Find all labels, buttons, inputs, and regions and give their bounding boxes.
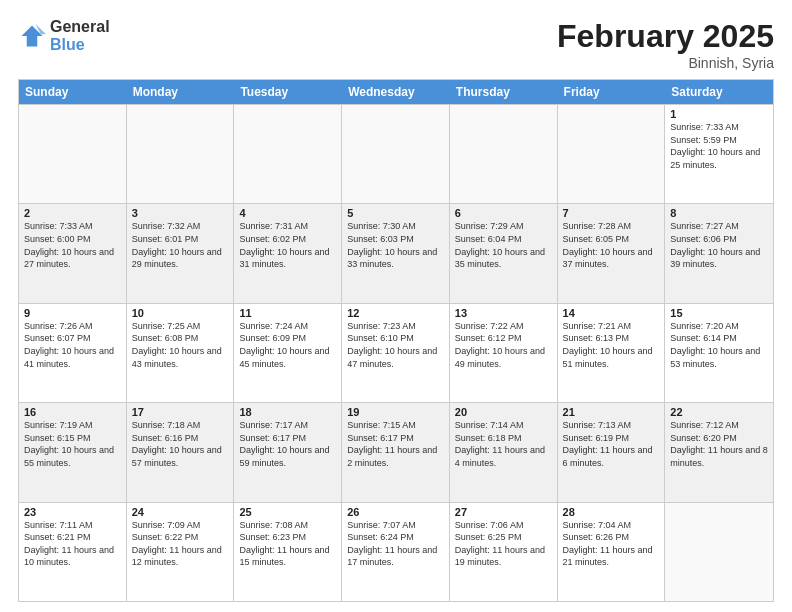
day-number: 18	[239, 406, 336, 418]
calendar-cell: 14Sunrise: 7:21 AM Sunset: 6:13 PM Dayli…	[558, 304, 666, 402]
calendar-cell: 22Sunrise: 7:12 AM Sunset: 6:20 PM Dayli…	[665, 403, 773, 501]
calendar-cell: 26Sunrise: 7:07 AM Sunset: 6:24 PM Dayli…	[342, 503, 450, 601]
day-number: 28	[563, 506, 660, 518]
day-info: Sunrise: 7:33 AM Sunset: 5:59 PM Dayligh…	[670, 121, 768, 171]
calendar-cell	[558, 105, 666, 203]
calendar-cell: 10Sunrise: 7:25 AM Sunset: 6:08 PM Dayli…	[127, 304, 235, 402]
day-number: 1	[670, 108, 768, 120]
day-info: Sunrise: 7:12 AM Sunset: 6:20 PM Dayligh…	[670, 419, 768, 469]
day-number: 24	[132, 506, 229, 518]
day-number: 21	[563, 406, 660, 418]
day-info: Sunrise: 7:17 AM Sunset: 6:17 PM Dayligh…	[239, 419, 336, 469]
calendar-row-1: 1Sunrise: 7:33 AM Sunset: 5:59 PM Daylig…	[19, 104, 773, 203]
day-number: 12	[347, 307, 444, 319]
day-number: 19	[347, 406, 444, 418]
day-info: Sunrise: 7:25 AM Sunset: 6:08 PM Dayligh…	[132, 320, 229, 370]
day-number: 7	[563, 207, 660, 219]
calendar-header: SundayMondayTuesdayWednesdayThursdayFrid…	[19, 80, 773, 104]
day-number: 10	[132, 307, 229, 319]
logo-icon	[18, 22, 46, 50]
day-number: 9	[24, 307, 121, 319]
day-info: Sunrise: 7:23 AM Sunset: 6:10 PM Dayligh…	[347, 320, 444, 370]
header-day-thursday: Thursday	[450, 80, 558, 104]
day-info: Sunrise: 7:28 AM Sunset: 6:05 PM Dayligh…	[563, 220, 660, 270]
logo-text: General Blue	[50, 18, 110, 53]
day-number: 25	[239, 506, 336, 518]
header: General Blue February 2025 Binnish, Syri…	[18, 18, 774, 71]
calendar-cell: 13Sunrise: 7:22 AM Sunset: 6:12 PM Dayli…	[450, 304, 558, 402]
day-info: Sunrise: 7:22 AM Sunset: 6:12 PM Dayligh…	[455, 320, 552, 370]
day-number: 27	[455, 506, 552, 518]
day-number: 8	[670, 207, 768, 219]
day-number: 2	[24, 207, 121, 219]
day-number: 15	[670, 307, 768, 319]
day-info: Sunrise: 7:14 AM Sunset: 6:18 PM Dayligh…	[455, 419, 552, 469]
day-info: Sunrise: 7:19 AM Sunset: 6:15 PM Dayligh…	[24, 419, 121, 469]
calendar-body: 1Sunrise: 7:33 AM Sunset: 5:59 PM Daylig…	[19, 104, 773, 601]
day-info: Sunrise: 7:26 AM Sunset: 6:07 PM Dayligh…	[24, 320, 121, 370]
day-number: 5	[347, 207, 444, 219]
calendar-cell: 12Sunrise: 7:23 AM Sunset: 6:10 PM Dayli…	[342, 304, 450, 402]
day-info: Sunrise: 7:15 AM Sunset: 6:17 PM Dayligh…	[347, 419, 444, 469]
calendar-cell	[342, 105, 450, 203]
day-info: Sunrise: 7:13 AM Sunset: 6:19 PM Dayligh…	[563, 419, 660, 469]
day-info: Sunrise: 7:33 AM Sunset: 6:00 PM Dayligh…	[24, 220, 121, 270]
day-info: Sunrise: 7:32 AM Sunset: 6:01 PM Dayligh…	[132, 220, 229, 270]
calendar-cell: 7Sunrise: 7:28 AM Sunset: 6:05 PM Daylig…	[558, 204, 666, 302]
logo-general: General	[50, 18, 110, 36]
calendar-cell: 20Sunrise: 7:14 AM Sunset: 6:18 PM Dayli…	[450, 403, 558, 501]
calendar-cell: 27Sunrise: 7:06 AM Sunset: 6:25 PM Dayli…	[450, 503, 558, 601]
calendar-cell: 3Sunrise: 7:32 AM Sunset: 6:01 PM Daylig…	[127, 204, 235, 302]
day-number: 14	[563, 307, 660, 319]
calendar-row-5: 23Sunrise: 7:11 AM Sunset: 6:21 PM Dayli…	[19, 502, 773, 601]
title-area: February 2025 Binnish, Syria	[557, 18, 774, 71]
calendar-cell: 4Sunrise: 7:31 AM Sunset: 6:02 PM Daylig…	[234, 204, 342, 302]
day-number: 6	[455, 207, 552, 219]
day-number: 23	[24, 506, 121, 518]
logo-blue: Blue	[50, 36, 110, 54]
header-day-saturday: Saturday	[665, 80, 773, 104]
header-day-tuesday: Tuesday	[234, 80, 342, 104]
day-number: 22	[670, 406, 768, 418]
day-info: Sunrise: 7:30 AM Sunset: 6:03 PM Dayligh…	[347, 220, 444, 270]
calendar: SundayMondayTuesdayWednesdayThursdayFrid…	[18, 79, 774, 602]
day-info: Sunrise: 7:07 AM Sunset: 6:24 PM Dayligh…	[347, 519, 444, 569]
calendar-cell: 16Sunrise: 7:19 AM Sunset: 6:15 PM Dayli…	[19, 403, 127, 501]
day-number: 26	[347, 506, 444, 518]
day-number: 3	[132, 207, 229, 219]
calendar-row-4: 16Sunrise: 7:19 AM Sunset: 6:15 PM Dayli…	[19, 402, 773, 501]
header-day-monday: Monday	[127, 80, 235, 104]
day-number: 16	[24, 406, 121, 418]
calendar-row-3: 9Sunrise: 7:26 AM Sunset: 6:07 PM Daylig…	[19, 303, 773, 402]
calendar-cell: 21Sunrise: 7:13 AM Sunset: 6:19 PM Dayli…	[558, 403, 666, 501]
header-day-friday: Friday	[558, 80, 666, 104]
header-day-wednesday: Wednesday	[342, 80, 450, 104]
calendar-cell: 18Sunrise: 7:17 AM Sunset: 6:17 PM Dayli…	[234, 403, 342, 501]
day-info: Sunrise: 7:24 AM Sunset: 6:09 PM Dayligh…	[239, 320, 336, 370]
calendar-cell	[665, 503, 773, 601]
day-number: 20	[455, 406, 552, 418]
day-number: 13	[455, 307, 552, 319]
day-info: Sunrise: 7:27 AM Sunset: 6:06 PM Dayligh…	[670, 220, 768, 270]
calendar-cell: 11Sunrise: 7:24 AM Sunset: 6:09 PM Dayli…	[234, 304, 342, 402]
calendar-row-2: 2Sunrise: 7:33 AM Sunset: 6:00 PM Daylig…	[19, 203, 773, 302]
day-info: Sunrise: 7:09 AM Sunset: 6:22 PM Dayligh…	[132, 519, 229, 569]
day-info: Sunrise: 7:18 AM Sunset: 6:16 PM Dayligh…	[132, 419, 229, 469]
calendar-cell: 24Sunrise: 7:09 AM Sunset: 6:22 PM Dayli…	[127, 503, 235, 601]
subtitle: Binnish, Syria	[557, 55, 774, 71]
day-info: Sunrise: 7:21 AM Sunset: 6:13 PM Dayligh…	[563, 320, 660, 370]
calendar-cell: 5Sunrise: 7:30 AM Sunset: 6:03 PM Daylig…	[342, 204, 450, 302]
calendar-cell	[234, 105, 342, 203]
day-number: 4	[239, 207, 336, 219]
calendar-cell: 2Sunrise: 7:33 AM Sunset: 6:00 PM Daylig…	[19, 204, 127, 302]
day-info: Sunrise: 7:08 AM Sunset: 6:23 PM Dayligh…	[239, 519, 336, 569]
calendar-cell: 15Sunrise: 7:20 AM Sunset: 6:14 PM Dayli…	[665, 304, 773, 402]
calendar-cell: 17Sunrise: 7:18 AM Sunset: 6:16 PM Dayli…	[127, 403, 235, 501]
day-number: 17	[132, 406, 229, 418]
calendar-cell: 23Sunrise: 7:11 AM Sunset: 6:21 PM Dayli…	[19, 503, 127, 601]
day-info: Sunrise: 7:31 AM Sunset: 6:02 PM Dayligh…	[239, 220, 336, 270]
calendar-cell	[450, 105, 558, 203]
calendar-cell: 8Sunrise: 7:27 AM Sunset: 6:06 PM Daylig…	[665, 204, 773, 302]
logo: General Blue	[18, 18, 110, 53]
calendar-cell	[127, 105, 235, 203]
